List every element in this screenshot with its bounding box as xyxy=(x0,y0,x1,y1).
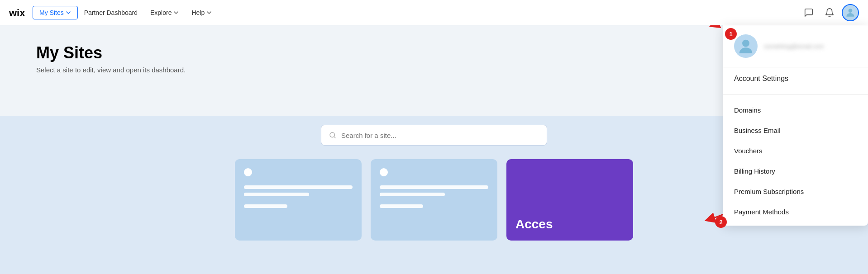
annotation-2: 2 xyxy=(715,216,727,228)
dropdown-domains[interactable]: Domains xyxy=(723,100,868,120)
chat-icon-button[interactable] xyxy=(800,4,817,21)
dropdown-section: Domains Business Email Vouchers Billing … xyxy=(723,96,868,226)
search-icon xyxy=(329,131,337,139)
site-card-accent-text: Acces xyxy=(515,217,553,231)
chat-icon xyxy=(804,8,814,18)
nav-explore[interactable]: Explore xyxy=(144,6,185,19)
svg-point-1 xyxy=(849,9,853,13)
notifications-icon-button[interactable] xyxy=(821,4,838,21)
user-dropdown-menu: something@email.com Account Settings Dom… xyxy=(723,25,868,226)
dropdown-divider xyxy=(723,94,868,94)
site-card-line xyxy=(380,185,488,189)
chevron-down-icon xyxy=(206,10,212,15)
site-card-2[interactable] xyxy=(371,159,497,241)
bell-icon xyxy=(825,8,835,18)
chevron-down-icon xyxy=(66,10,71,15)
svg-point-5 xyxy=(742,40,749,47)
dropdown-avatar xyxy=(734,34,758,58)
site-card-line-short xyxy=(244,193,309,196)
dropdown-billing-history[interactable]: Billing History xyxy=(723,161,868,181)
navbar: wix My Sites Partner Dashboard Explore H… xyxy=(0,0,868,25)
dropdown-payment-methods[interactable]: Payment Methods xyxy=(723,202,868,222)
site-card-1[interactable] xyxy=(235,159,362,241)
chevron-down-icon xyxy=(173,10,179,15)
site-card-line xyxy=(244,185,353,189)
site-card-line-shorter xyxy=(380,204,423,208)
avatar-large-icon xyxy=(737,38,754,55)
nav-my-sites[interactable]: My Sites xyxy=(33,6,78,19)
site-card-dot xyxy=(380,168,388,176)
svg-point-4 xyxy=(330,132,335,137)
navbar-right-actions xyxy=(800,4,859,21)
search-bar[interactable] xyxy=(321,125,547,146)
dropdown-premium-subscriptions[interactable]: Premium Subscriptions xyxy=(723,181,868,202)
annotation-badge-2: 2 xyxy=(715,216,727,228)
page-title: My Sites xyxy=(36,43,841,62)
site-card-line-short xyxy=(380,193,445,196)
search-input[interactable] xyxy=(341,132,539,139)
site-card-accent[interactable]: Acces xyxy=(506,159,633,241)
site-card-line-shorter xyxy=(244,204,287,208)
page-subtitle: Select a site to edit, view and open its… xyxy=(36,66,841,74)
dropdown-email: something@email.com xyxy=(764,42,824,50)
user-avatar-button[interactable] xyxy=(842,4,859,21)
nav-help[interactable]: Help xyxy=(185,6,218,19)
dropdown-user-section: something@email.com xyxy=(723,25,868,67)
sites-grid: Acces xyxy=(208,159,660,241)
wix-logo[interactable]: wix xyxy=(9,7,28,18)
annotation-1: 1 xyxy=(725,28,737,40)
site-card-dot xyxy=(244,168,252,176)
dropdown-account-settings[interactable]: Account Settings xyxy=(723,67,868,92)
annotation-badge-1: 1 xyxy=(725,28,737,40)
dropdown-business-email[interactable]: Business Email xyxy=(723,120,868,141)
svg-text:wix: wix xyxy=(9,7,25,18)
avatar-icon xyxy=(844,7,856,19)
nav-partner-dashboard[interactable]: Partner Dashboard xyxy=(78,6,144,19)
dropdown-vouchers[interactable]: Vouchers xyxy=(723,141,868,161)
